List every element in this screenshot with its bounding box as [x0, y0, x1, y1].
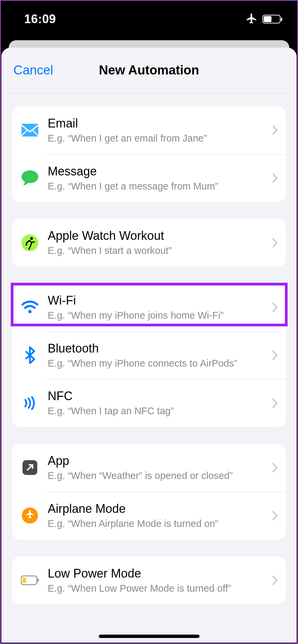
row-title: Message — [48, 164, 269, 179]
chevron-right-icon — [272, 303, 278, 312]
chevron-right-icon — [272, 398, 278, 408]
trigger-group: Email E.g. “When I get an email from Jan… — [12, 106, 286, 202]
trigger-group: App E.g. “When “Weather” is opened or cl… — [12, 444, 286, 539]
chevron-right-icon — [272, 351, 278, 360]
chevron-right-icon — [272, 173, 278, 183]
row-subtitle: E.g. “When “Weather” is opened or closed… — [48, 470, 269, 482]
svg-rect-0 — [22, 124, 38, 137]
trigger-group: Low Power Mode E.g. “When Low Power Mode… — [12, 556, 286, 604]
trigger-row-low-power[interactable]: Low Power Mode E.g. “When Low Power Mode… — [12, 556, 286, 604]
app-icon — [21, 459, 39, 477]
mail-icon — [21, 121, 39, 139]
trigger-row-email[interactable]: Email E.g. “When I get an email from Jan… — [12, 106, 286, 154]
svg-point-1 — [22, 170, 38, 183]
row-subtitle: E.g. “When I get an email from Jane” — [48, 132, 269, 145]
workout-icon — [21, 234, 39, 252]
svg-point-4 — [28, 310, 32, 313]
status-time: 16:09 — [24, 12, 56, 26]
trigger-row-wifi[interactable]: Wi-Fi E.g. “When my iPhone joins home Wi… — [12, 283, 286, 331]
nfc-icon — [21, 394, 39, 412]
row-title: Airplane Mode — [48, 501, 269, 516]
nav-bar: Cancel New Automation — [1, 48, 297, 93]
row-subtitle: E.g. “When my iPhone joins home Wi-Fi” — [48, 309, 269, 322]
airplane-mode-icon — [246, 12, 258, 26]
page-title: New Automation — [13, 63, 285, 77]
modal-sheet: Cancel New Automation Email E.g. “When I… — [1, 48, 297, 643]
chevron-right-icon — [272, 463, 278, 472]
row-title: NFC — [48, 388, 269, 404]
trigger-group: Apple Watch Workout E.g. “When I start a… — [12, 219, 286, 267]
row-subtitle: E.g. “When Low Power Mode is turned off” — [48, 582, 269, 595]
row-title: Email — [48, 116, 269, 131]
chevron-right-icon — [272, 238, 278, 248]
row-subtitle: E.g. “When I get a message from Mum” — [48, 180, 269, 193]
trigger-row-app[interactable]: App E.g. “When “Weather” is opened or cl… — [12, 444, 286, 492]
svg-rect-9 — [23, 578, 26, 583]
row-title: Wi-Fi — [48, 293, 269, 308]
cancel-button[interactable]: Cancel — [13, 63, 53, 77]
home-indicator[interactable] — [99, 635, 200, 638]
row-title: Apple Watch Workout — [48, 228, 269, 243]
chevron-right-icon — [272, 511, 278, 520]
svg-point-2 — [22, 234, 38, 251]
row-subtitle: E.g. “When I start a workout” — [48, 245, 269, 257]
battery-icon — [262, 15, 281, 23]
chevron-right-icon — [272, 125, 278, 135]
trigger-row-bluetooth[interactable]: Bluetooth E.g. “When my iPhone connects … — [12, 331, 286, 379]
content-scroll[interactable]: Email E.g. “When I get an email from Jan… — [1, 93, 297, 643]
chevron-right-icon — [272, 576, 278, 585]
row-subtitle: E.g. “When Airplane Mode is turned on” — [48, 518, 269, 530]
trigger-group: Wi-Fi E.g. “When my iPhone joins home Wi… — [12, 283, 286, 427]
trigger-row-airplane-mode[interactable]: Airplane Mode E.g. “When Airplane Mode i… — [12, 492, 286, 540]
row-title: Low Power Mode — [48, 566, 269, 581]
status-bar: 16:09 — [1, 1, 297, 38]
trigger-row-nfc[interactable]: NFC E.g. “When I tap an NFC tag” — [12, 379, 286, 427]
row-title: App — [48, 453, 269, 468]
low-power-battery-icon — [21, 571, 39, 589]
trigger-row-workout[interactable]: Apple Watch Workout E.g. “When I start a… — [12, 219, 286, 267]
row-subtitle: E.g. “When I tap an NFC tag” — [48, 405, 269, 418]
airplane-icon — [21, 506, 39, 525]
trigger-row-message[interactable]: Message E.g. “When I get a message from … — [12, 154, 286, 202]
row-subtitle: E.g. “When my iPhone connects to AirPods… — [48, 357, 269, 370]
svg-rect-8 — [38, 579, 39, 582]
row-title: Bluetooth — [48, 341, 269, 356]
wifi-icon — [21, 298, 39, 316]
message-icon — [21, 169, 39, 187]
status-icons — [246, 12, 281, 26]
svg-point-3 — [30, 237, 33, 240]
bluetooth-icon — [21, 346, 39, 364]
